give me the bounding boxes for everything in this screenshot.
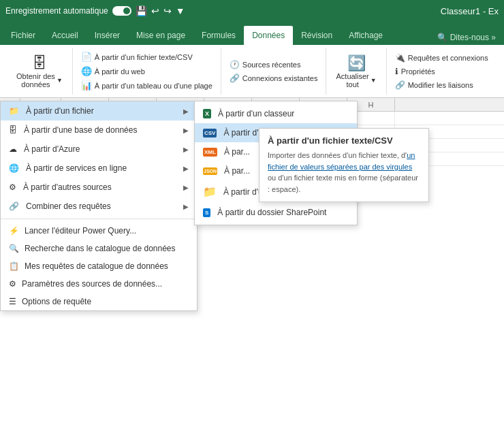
tab-revision[interactable]: Révision <box>293 26 341 45</box>
bdd-arrow: ▶ <box>183 127 189 134</box>
dropdown-autres[interactable]: ⚙ À partir d'autres sources ▶ <box>1 178 197 197</box>
properties-icon: ℹ <box>395 67 398 76</box>
web-label: À partir du web <box>95 67 145 76</box>
tab-donnees[interactable]: Données <box>244 26 293 45</box>
table-label: À partir d'un tableau ou d'une plage <box>95 82 212 90</box>
tab-fichier[interactable]: Fichier <box>3 26 44 45</box>
tooltip-box: À partir d'un fichier texte/CSV Importer… <box>259 128 429 202</box>
ribbon-tabs: Fichier Accueil Insérer Mise en page For… <box>0 22 504 45</box>
tab-mise-en-page[interactable]: Mise en page <box>128 26 193 45</box>
pq-icon: ⚡ <box>9 226 19 236</box>
properties-button[interactable]: ℹ Propriétés <box>392 65 438 78</box>
search-icon: 🔍 <box>437 33 447 42</box>
get-data-icon: 🗄 <box>32 54 47 72</box>
dropdown-fichier[interactable]: 📁 À partir d'un fichier ▶ <box>1 101 197 120</box>
dropdown-bdd[interactable]: 🗄 À partir d'une base de données ▶ <box>1 120 197 140</box>
dropdown-options[interactable]: ☰ Options de requête <box>1 293 197 310</box>
autosave-label: Enregistrement automatique <box>5 6 108 16</box>
edit-links-icon: 🔗 <box>395 80 405 90</box>
sub-csv-icon: CSV <box>203 129 217 138</box>
autres-arrow: ▶ <box>183 184 189 191</box>
search-label: Dites-nous » <box>450 33 496 42</box>
dropdown-mes-requetes[interactable]: 📋 Mes requêtes de catalogue de données <box>1 257 197 275</box>
existing-label: Connexions existantes <box>242 74 318 82</box>
app-title: Classeur1 - Ex <box>441 6 499 16</box>
refresh-label: Actualisertout <box>336 72 368 88</box>
sub-sharepoint[interactable]: S À partir du dossier SharePoint <box>195 203 357 222</box>
ribbon-group-refresh: 🔄 Actualisertout ▼ <box>326 48 386 95</box>
tooltip-title: À partir d'un fichier texte/CSV <box>268 135 420 146</box>
dropdown-power-query[interactable]: ⚡ Lancer l'éditeur Power Query... <box>1 222 197 240</box>
param-label: Paramètres des sources de données... <box>22 279 162 289</box>
web-source-button[interactable]: 🌐 À partir du web <box>78 65 148 78</box>
combiner-label: Combiner des requêtes <box>26 202 111 211</box>
ribbon-group-file-sources: 📄 À partir d'un fichier texte/CSV 🌐 À pa… <box>73 48 221 95</box>
ribbon-content: 🗄 Obtenir desdonnées ▼ 📄 À partir d'un f… <box>0 45 504 98</box>
save-icon[interactable]: 💾 <box>136 5 147 16</box>
dropdown-parametres[interactable]: ⚙ Paramètres des sources de données... <box>1 275 197 293</box>
dropdown-catalogue[interactable]: 🔍 Recherche dans le catalogue de données <box>1 240 197 257</box>
tab-inserer[interactable]: Insérer <box>86 26 128 45</box>
separator-1 <box>1 219 197 219</box>
combiner-arrow: ▶ <box>183 203 189 210</box>
queries-connections-button[interactable]: 🔌 Requêtes et connexions <box>392 52 491 64</box>
fichier-label: À partir d'un fichier <box>26 106 94 116</box>
bdd-label: À partir d'une base de données <box>24 125 137 135</box>
csv-source-button[interactable]: 📄 À partir d'un fichier texte/CSV <box>78 50 195 63</box>
get-data-button[interactable]: 🗄 Obtenir desdonnées ▼ <box>11 52 68 91</box>
services-label: À partir de services en ligne <box>26 163 127 173</box>
search-box[interactable]: 🔍 Dites-nous » <box>432 30 501 45</box>
customize-icon[interactable]: ▼ <box>176 5 185 16</box>
queries-label: Requêtes et connexions <box>408 54 488 62</box>
refresh-button[interactable]: 🔄 Actualisertout ▼ <box>330 52 381 91</box>
azure-icon: ☁ <box>9 144 17 154</box>
autres-label: À partir d'autres sources <box>23 182 112 192</box>
fichier-icon: 📁 <box>9 106 19 116</box>
edit-links-button[interactable]: 🔗 Modifier les liaisons <box>392 79 476 91</box>
dropdown-services[interactable]: 🌐 À partir de services en ligne ▶ <box>1 159 197 178</box>
azure-label: À partir d'Azure <box>24 144 80 154</box>
fichier-arrow: ▶ <box>183 108 189 115</box>
services-icon: 🌐 <box>9 163 19 173</box>
existing-icon: 🔗 <box>230 74 240 83</box>
azure-arrow: ▶ <box>183 146 189 153</box>
sub-xml-icon: XML <box>203 148 217 157</box>
sub-dossier-icon: 📁 <box>203 185 217 198</box>
param-icon: ⚙ <box>9 279 16 289</box>
sub-json-label: À par... <box>224 166 250 176</box>
get-data-dropdown: 📁 À partir d'un fichier ▶ 🗄 À partir d'u… <box>0 101 198 311</box>
tab-affichage[interactable]: Affichage <box>341 26 391 45</box>
pq-label: Lancer l'éditeur Power Query... <box>25 226 136 236</box>
recent-label: Sources récentes <box>242 61 301 69</box>
tab-accueil[interactable]: Accueil <box>44 26 86 45</box>
opt-icon: ☰ <box>9 297 16 306</box>
ribbon-group-queries: 🔌 Requêtes et connexions ℹ Propriétés 🔗 … <box>387 48 497 95</box>
sub-sharepoint-label: À partir du dossier SharePoint <box>217 208 326 217</box>
existing-connections-button[interactable]: 🔗 Connexions existantes <box>227 72 321 84</box>
web-icon: 🌐 <box>81 66 92 76</box>
recent-sources-button[interactable]: 🕐 Sources récentes <box>227 59 304 71</box>
sub-classeur[interactable]: X À partir d'un classeur <box>195 104 357 123</box>
dropdown-azure[interactable]: ☁ À partir d'Azure ▶ <box>1 140 197 159</box>
table-icon: 📊 <box>81 80 92 91</box>
ribbon-group-connections: 🕐 Sources récentes 🔗 Connexions existant… <box>221 48 327 95</box>
undo-icon[interactable]: ↩ <box>151 5 159 16</box>
dropdown-combiner[interactable]: 🔗 Combiner des requêtes ▶ <box>1 197 197 216</box>
table-source-button[interactable]: 📊 À partir d'un tableau ou d'une plage <box>78 79 215 92</box>
get-data-label: Obtenir desdonnées <box>16 72 55 88</box>
sub-json-icon: JSON <box>203 167 217 175</box>
queries-icon: 🔌 <box>395 53 405 63</box>
tooltip-link-1: un fichier de valeurs séparées par des v… <box>268 151 415 171</box>
tab-formules[interactable]: Formules <box>193 26 244 45</box>
autosave-toggle[interactable] <box>112 6 131 16</box>
recent-icon: 🕐 <box>230 60 240 69</box>
refresh-icon: 🔄 <box>347 54 366 72</box>
services-arrow: ▶ <box>183 165 189 172</box>
classeur-label: À partir d'un classeur <box>218 109 294 118</box>
title-bar-left: Enregistrement automatique 💾 ↩ ↪ ▼ <box>5 5 441 16</box>
combiner-icon: 🔗 <box>9 202 19 211</box>
mreq-icon: 📋 <box>9 261 19 271</box>
redo-icon[interactable]: ↪ <box>163 5 172 16</box>
sub-sharepoint-icon: S <box>203 208 210 217</box>
get-data-arrow: ▼ <box>57 77 63 84</box>
